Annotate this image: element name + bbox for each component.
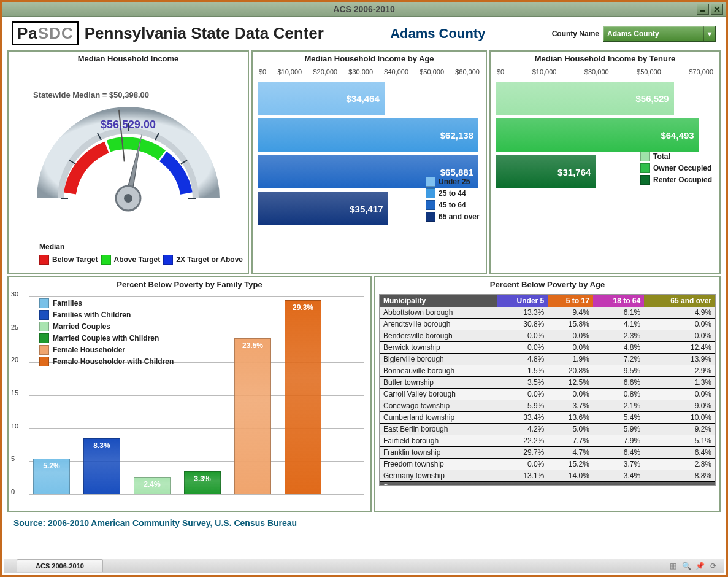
y-axis-tick: 10 xyxy=(11,422,18,430)
gauge-svg xyxy=(36,88,220,223)
income-tenure-legend: TotalOwner OccupiedRenter Occupied xyxy=(639,149,713,188)
gauge-legend-item: Below Target xyxy=(39,255,98,265)
bar: 5.2% xyxy=(33,459,70,494)
status-tab-label: ACS 2006-2010 xyxy=(36,562,84,570)
svg-point-14 xyxy=(124,194,132,203)
y-axis-tick: 30 xyxy=(11,290,18,298)
bar: 29.3% xyxy=(285,300,321,494)
table-row[interactable]: Franklin township29.7%4.7%6.4%6.4% xyxy=(380,447,715,459)
gauge-legend-item: Above Target xyxy=(101,255,161,265)
hbar-legend-item: 65 and over xyxy=(426,212,480,222)
table-row[interactable]: Fairfield borough22.2%7.7%7.9%5.1% xyxy=(380,435,715,447)
county-selected: Adams County xyxy=(607,29,659,38)
hbar-row: $34,464 xyxy=(258,80,481,117)
hbar-row: $62,138 xyxy=(258,117,481,153)
table-row[interactable]: Carroll Valley borough0.0%0.0%0.8%0.0% xyxy=(380,389,715,400)
gauge-title: Median Household Income xyxy=(9,52,248,66)
hbar-legend-item: Under 25 xyxy=(426,177,480,187)
income-by-age-panel: Median Household Income by Age $0$10,000… xyxy=(251,50,487,274)
income-age-axis: $0$10,000$20,000$30,000$40,000$50,000$60… xyxy=(258,68,481,77)
poverty-age-title: Percent Below Poverty by Age xyxy=(375,277,719,292)
income-tenure-chart: $0$10,000$30,000$50,000$70,000 $56,529$6… xyxy=(491,66,719,193)
search-icon[interactable]: 🔍 xyxy=(682,562,691,570)
poverty-age-table-wrap: MunicipalityUnder 55 to 1718 to 6465 and… xyxy=(375,292,719,511)
close-button[interactable] xyxy=(711,4,723,15)
row-2: Percent Below Poverty by Family Type 051… xyxy=(2,274,726,512)
poverty-age-panel: Percent Below Poverty by Age Municipalit… xyxy=(374,276,721,512)
hbar-legend-item: Total xyxy=(640,152,712,161)
y-axis-tick: 5 xyxy=(11,455,15,462)
gauge-panel: Median Household Income Statewide Median… xyxy=(7,50,249,274)
hbar-legend-item: 45 to 64 xyxy=(426,200,480,210)
window-controls xyxy=(697,4,723,15)
poverty-family-chart: 051015202530 5.2%8.3%2.4%3.3%23.5%29.3% … xyxy=(9,292,370,503)
income-age-title: Median Household Income by Age xyxy=(253,52,486,66)
income-age-legend: Under 2525 to 4445 to 6465 and over xyxy=(424,174,481,225)
income-tenure-title: Median Household Income by Tenure xyxy=(491,52,719,66)
income-tenure-axis: $0$10,000$30,000$50,000$70,000 xyxy=(496,68,715,77)
table-row[interactable]: Freedom township0.0%15.2%3.7%2.8% xyxy=(380,459,715,470)
gauge-legend: Median Below TargetAbove Target2X Target… xyxy=(39,241,243,268)
bar-legend-item: Female Householder xyxy=(39,345,174,355)
source-text: Source: 2006-2010 American Community Sur… xyxy=(2,512,726,534)
income-by-tenure-panel: Median Household Income by Tenure $0$10,… xyxy=(489,50,721,274)
table-row[interactable]: Abbottstown borough13.3%9.4%6.1%4.9% xyxy=(380,307,715,319)
bar-legend-item: Families with Children xyxy=(39,310,174,320)
table-row[interactable]: East Berlin borough4.2%5.0%5.9%9.2% xyxy=(380,424,715,435)
income-age-chart: $0$10,000$20,000$30,000$40,000$50,000$60… xyxy=(253,66,486,230)
table-row[interactable]: Bonneauville borough1.5%20.8%9.5%2.9% xyxy=(380,365,715,377)
minimize-button[interactable] xyxy=(697,4,709,15)
table-row[interactable]: Bendersville borough0.0%0.0%2.3%0.0% xyxy=(380,330,715,342)
table-row[interactable]: Berwick township0.0%0.0%4.8%12.4% xyxy=(380,342,715,354)
table-row[interactable]: Arendtsville borough30.8%15.8%4.1%0.0% xyxy=(380,319,715,330)
app-window: ACS 2006-2010 PaSDC Pennsylvania State D… xyxy=(0,0,728,577)
table-row[interactable]: Conewago township5.9%3.7%2.1%9.0% xyxy=(380,400,715,412)
bar: 2.4% xyxy=(134,477,171,494)
summary-row[interactable]: Summary xyxy=(380,482,715,486)
status-tab[interactable]: ACS 2006-2010 xyxy=(17,559,103,572)
header: PaSDC Pennsylvania State Data Center Ada… xyxy=(2,17,726,48)
table-row[interactable]: Biglerville borough4.8%1.9%7.2%13.9% xyxy=(380,354,715,365)
y-axis-tick: 0 xyxy=(11,488,15,495)
titlebar: ACS 2006-2010 xyxy=(2,2,726,17)
gauge-value: $56,529.00 xyxy=(9,118,248,131)
table-header-row: MunicipalityUnder 55 to 1718 to 6465 and… xyxy=(380,295,715,307)
county-selector: County Name Adams County ▾ xyxy=(552,26,716,42)
org-name: Pennsylvania State Data Center xyxy=(85,24,324,43)
gauge-chart: Statewide Median = $50,398.00 $56,529.00 xyxy=(9,88,248,272)
pin-icon[interactable]: 📌 xyxy=(695,562,704,570)
table-header[interactable]: Under 5 xyxy=(497,295,548,307)
county-label: County Name xyxy=(552,29,599,38)
window-title: ACS 2006-2010 xyxy=(333,4,394,14)
table-header[interactable]: 65 and over xyxy=(644,295,715,307)
table-row[interactable]: Cumberland township33.4%13.6%5.4%10.0% xyxy=(380,412,715,424)
hbar-legend-item: Owner Occupied xyxy=(640,163,712,173)
bar: 23.5% xyxy=(234,338,271,494)
table-row[interactable]: Germany township13.1%14.0%3.4%8.8% xyxy=(380,470,715,482)
gauge-legend-title: Median xyxy=(39,242,243,251)
hbar-legend-item: 25 to 44 xyxy=(426,188,480,198)
statusbar: ACS 2006-2010 ▦ 🔍 📌 ⟳ xyxy=(4,559,724,573)
poverty-family-legend: FamiliesFamilies with ChildrenMarried Co… xyxy=(39,296,174,368)
table-header[interactable]: Municipality xyxy=(380,295,497,307)
refresh-icon[interactable]: ⟳ xyxy=(709,562,718,570)
bar-legend-item: Married Couples with Children xyxy=(39,333,174,343)
table-header[interactable]: 18 to 64 xyxy=(593,295,644,307)
gauge-legend-item: 2X Target or Above xyxy=(163,255,243,265)
hbar-row: $56,529 xyxy=(496,80,715,117)
table-row[interactable]: Butler township3.5%12.5%6.6%1.3% xyxy=(380,377,715,389)
chevron-down-icon: ▾ xyxy=(703,26,711,41)
hbar-row: $64,493 xyxy=(496,117,715,153)
bar: 3.3% xyxy=(184,471,221,494)
county-title: Adams County xyxy=(324,26,552,42)
poverty-age-scroll[interactable]: MunicipalityUnder 55 to 1718 to 6465 and… xyxy=(379,294,716,486)
poverty-family-panel: Percent Below Poverty by Family Type 051… xyxy=(7,276,372,512)
county-dropdown[interactable]: Adams County ▾ xyxy=(603,26,716,42)
status-icons: ▦ 🔍 📌 ⟳ xyxy=(669,562,724,570)
grid-icon[interactable]: ▦ xyxy=(669,562,677,570)
logo-sdc: SDC xyxy=(38,24,74,42)
row-1: Median Household Income Statewide Median… xyxy=(2,48,726,274)
logo: PaSDC xyxy=(12,21,79,45)
poverty-family-title: Percent Below Poverty by Family Type xyxy=(9,277,370,292)
table-header[interactable]: 5 to 17 xyxy=(548,295,593,307)
